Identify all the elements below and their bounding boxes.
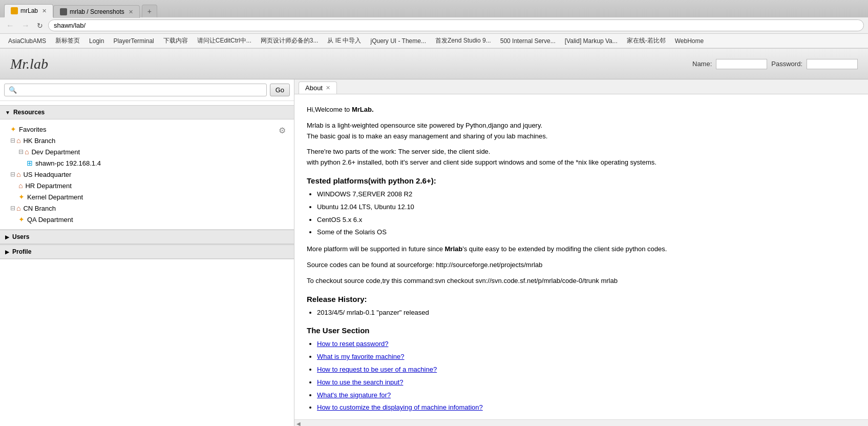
customize-link[interactable]: How to customize the displaying of machi… xyxy=(317,403,483,411)
content-tabs-bar: About ✕ xyxy=(294,79,868,94)
desc-text2: There're two parts of the work: The serv… xyxy=(307,147,856,168)
platform-item-2: Ubuntu 12.04 LTS, Ubuntu 12.10 xyxy=(317,202,856,213)
bookmark-webhome[interactable]: WebHome xyxy=(671,36,708,46)
bookmark-download[interactable]: 下载内容 xyxy=(159,35,192,46)
desc-text: Mrlab is a light-weighted opensource sit… xyxy=(307,120,856,142)
nav-bar: ← → ↻ xyxy=(0,17,868,34)
cn-minus-icon: ⊟ xyxy=(10,205,15,212)
user-link-3[interactable]: How to request to be user of a machine? xyxy=(317,364,856,375)
kernel-star-icon: ✦ xyxy=(18,193,25,201)
bookmark-jquery[interactable]: jQuery UI - Theme... xyxy=(366,36,430,46)
users-arrow: ▶ xyxy=(5,234,9,240)
dev-label: Dev Department xyxy=(31,148,80,156)
favorite-machine-link[interactable]: What is my favorite machine? xyxy=(317,353,405,360)
profile-section-header[interactable]: ▶ Profile xyxy=(0,245,294,259)
bookmark-home[interactable]: 家在线-若比邻 xyxy=(623,35,670,46)
hr-house-icon: ⌂ xyxy=(18,181,23,190)
sidebar: Go ▼ Resources ⚙ ✦ Favorites xyxy=(0,79,294,426)
bookmark-login[interactable]: Login xyxy=(85,36,108,46)
bookmark-playerterminal[interactable]: PlayerTerminal xyxy=(109,36,158,46)
name-input[interactable] xyxy=(716,59,767,69)
us-minus-icon: ⊟ xyxy=(10,171,15,178)
signature-link[interactable]: What's the signature for? xyxy=(317,391,391,399)
bookmark-markup[interactable]: [Valid] Markup Va... xyxy=(561,36,622,46)
reload-button[interactable]: ↻ xyxy=(35,21,45,31)
forward-button[interactable]: → xyxy=(19,20,32,31)
desc1: Mrlab is a light-weighted opensource sit… xyxy=(307,121,542,129)
search-input[interactable] xyxy=(4,84,267,96)
tree-node-shawnpc[interactable]: ⊞ shawn-pc 192.168.1.4 xyxy=(0,157,294,169)
app-header: Mr.lab Name: Password: xyxy=(0,49,868,79)
about-tab-close[interactable]: ✕ xyxy=(326,85,330,91)
profile-arrow: ▶ xyxy=(5,249,9,255)
user-link-4[interactable]: How to use the search input? xyxy=(317,377,856,388)
search-input-link[interactable]: How to use the search input? xyxy=(317,378,403,386)
bookmark-newtab[interactable]: 新标签页 xyxy=(51,35,84,46)
user-section-heading: The User Section xyxy=(307,326,856,335)
intro-text: Hi,Welcome to MrLab. xyxy=(307,105,856,115)
sidebar-search-bar: Go xyxy=(0,79,294,101)
content-area: Hi,Welcome to MrLab. Mrlab is a light-we… xyxy=(294,94,868,419)
tree-node-hr[interactable]: ⌂ HR Department xyxy=(0,180,294,191)
tab-label-screenshots: mrlab / Screenshots xyxy=(70,8,124,15)
tree-node-us[interactable]: ⊟ ⌂ US Headquarter xyxy=(0,169,294,180)
tab-close-mrlab[interactable]: ✕ xyxy=(42,8,47,14)
platform-item-4: Some of the Solaris OS xyxy=(317,227,856,238)
tab-screenshots[interactable]: mrlab / Screenshots ✕ xyxy=(53,5,140,18)
hk-label: HK Branch xyxy=(23,137,55,145)
hk-minus-icon: ⊟ xyxy=(10,137,15,144)
tree-node-kernel[interactable]: ✦ Kernel Department xyxy=(0,191,294,202)
user-link-1[interactable]: How to reset password? xyxy=(317,339,856,350)
cn-label: CN Branch xyxy=(23,205,56,212)
bookmark-500[interactable]: 500 Internal Serve... xyxy=(496,36,560,46)
content-tab-about[interactable]: About ✕ xyxy=(299,82,337,94)
new-tab-button[interactable]: + xyxy=(142,5,157,17)
bookmark-ieimport[interactable]: 从 IE 中导入 xyxy=(323,35,365,46)
shawnpc-label: shawn-pc 192.168.1.4 xyxy=(35,159,101,167)
more-text3: To checkout source code,try this command… xyxy=(307,276,856,287)
go-button[interactable]: Go xyxy=(270,84,290,96)
tree-node-hk[interactable]: ⊟ ⌂ HK Branch xyxy=(0,135,274,146)
platforms-list: WINDOWS 7,SERVER 2008 R2 Ubuntu 12.04 LT… xyxy=(317,189,856,238)
user-link-2[interactable]: What is my favorite machine? xyxy=(317,352,856,362)
resources-section-header[interactable]: ▼ Resources xyxy=(0,105,294,119)
platform-item-1: WINDOWS 7,SERVER 2008 R2 xyxy=(317,189,856,200)
release-heading: Release History: xyxy=(307,295,856,303)
tree-node-cn[interactable]: ⊟ ⌂ CN Branch xyxy=(0,202,294,214)
releases-list: 2013/4/5/ mrlab-0.1 "panzer" released xyxy=(317,308,856,318)
dev-minus-icon: ⊟ xyxy=(18,148,24,155)
users-section-header[interactable]: ▶ Users xyxy=(0,230,294,244)
tree-node-favorites[interactable]: ✦ Favorites xyxy=(0,124,274,135)
us-house-icon: ⌂ xyxy=(16,170,20,178)
tab-close-screenshots[interactable]: ✕ xyxy=(129,9,133,15)
back-button[interactable]: ← xyxy=(4,20,16,31)
more-text1: More platform will be supported in futur… xyxy=(307,244,856,255)
bookmark-AsiaClubAMS[interactable]: AsiaClubAMS xyxy=(4,36,50,46)
refresh-icon[interactable]: ⚙ xyxy=(279,126,286,135)
scroll-hint-bar: ◀ xyxy=(294,419,868,426)
bookmark-ceditctrl[interactable]: 请问让CEditCtrl中... xyxy=(193,35,256,46)
scroll-left-icon[interactable]: ◀ xyxy=(297,421,301,426)
bookmark-zend[interactable]: 首发Zend Studio 9... xyxy=(431,35,495,46)
password-input[interactable] xyxy=(807,59,858,69)
bookmark-webdesign[interactable]: 网页设计师必备的3... xyxy=(257,35,323,46)
platforms-heading: Tested platforms(with python 2.6+): xyxy=(307,176,856,185)
resources-section: ▼ Resources ⚙ ✦ Favorites ⊟ ⌂ HK Branch xyxy=(0,105,294,230)
user-link-5[interactable]: What's the signature for? xyxy=(317,390,856,401)
reset-password-link[interactable]: How to reset password? xyxy=(317,340,388,348)
hk-house-icon: ⌂ xyxy=(16,136,20,145)
users-label: Users xyxy=(12,233,29,240)
user-link-6[interactable]: How to customize the displaying of machi… xyxy=(317,402,856,413)
tree-node-qa[interactable]: ✦ QA Department xyxy=(0,214,294,225)
request-user-link[interactable]: How to request to be user of a machine? xyxy=(317,366,437,373)
bookmarks-bar: AsiaClubAMS 新标签页 Login PlayerTerminal 下载… xyxy=(0,34,868,48)
tree-node-dev[interactable]: ⊟ ⌂ Dev Department xyxy=(0,146,294,157)
header-auth: Name: Password: xyxy=(692,59,858,69)
hr-label: HR Department xyxy=(25,182,71,190)
app-logo: Mr.lab xyxy=(10,56,48,72)
address-bar[interactable] xyxy=(48,19,864,31)
desc3: There're two parts of the work: The serv… xyxy=(307,148,490,155)
tab-mrlab[interactable]: mrLab ✕ xyxy=(4,4,53,17)
desc4: with python 2.6+ installed, both it's se… xyxy=(307,158,657,166)
kernel-label: Kernel Department xyxy=(27,193,83,201)
